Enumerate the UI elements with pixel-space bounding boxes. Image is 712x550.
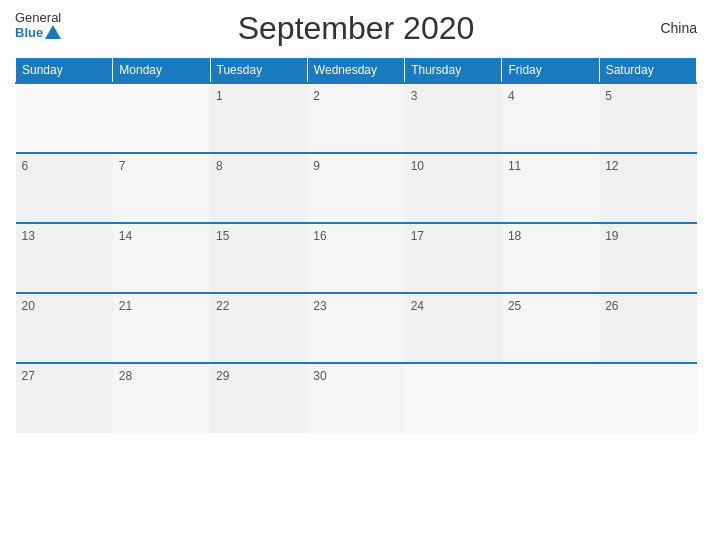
calendar-body: 1234567891011121314151617181920212223242… <box>16 83 697 433</box>
day-cell-w2-d6: 11 <box>502 153 599 223</box>
logo-blue-text: Blue <box>15 25 61 40</box>
day-cell-w1-d3: 1 <box>210 83 307 153</box>
day-number: 16 <box>313 229 326 243</box>
day-cell-w1-d4: 2 <box>307 83 404 153</box>
header-saturday: Saturday <box>599 58 696 84</box>
day-number: 21 <box>119 299 132 313</box>
day-cell-w2-d4: 9 <box>307 153 404 223</box>
day-cell-w3-d2: 14 <box>113 223 210 293</box>
week-row-4: 20212223242526 <box>16 293 697 363</box>
day-number: 30 <box>313 369 326 383</box>
day-number: 11 <box>508 159 521 173</box>
day-cell-w2-d7: 12 <box>599 153 696 223</box>
day-cell-w5-d4: 30 <box>307 363 404 433</box>
day-cell-w3-d4: 16 <box>307 223 404 293</box>
week-row-1: 12345 <box>16 83 697 153</box>
day-cell-w5-d5 <box>405 363 502 433</box>
day-cell-w3-d7: 19 <box>599 223 696 293</box>
day-cell-w4-d2: 21 <box>113 293 210 363</box>
day-number: 24 <box>411 299 424 313</box>
logo-general-text: General <box>15 10 61 25</box>
day-number: 1 <box>216 89 223 103</box>
day-number: 7 <box>119 159 126 173</box>
logo-triangle-icon <box>45 25 61 39</box>
day-number: 14 <box>119 229 132 243</box>
day-cell-w1-d2 <box>113 83 210 153</box>
day-cell-w3-d1: 13 <box>16 223 113 293</box>
calendar-container: General Blue September 2020 China Sunday… <box>0 0 712 550</box>
day-cell-w4-d6: 25 <box>502 293 599 363</box>
day-cell-w1-d7: 5 <box>599 83 696 153</box>
day-cell-w1-d5: 3 <box>405 83 502 153</box>
calendar-title: September 2020 <box>238 10 475 47</box>
country-label: China <box>660 20 697 36</box>
header-friday: Friday <box>502 58 599 84</box>
day-number: 26 <box>605 299 618 313</box>
header-tuesday: Tuesday <box>210 58 307 84</box>
day-number: 10 <box>411 159 424 173</box>
day-number: 19 <box>605 229 618 243</box>
day-cell-w5-d7 <box>599 363 696 433</box>
calendar-header: General Blue September 2020 China <box>15 10 697 47</box>
day-cell-w5-d2: 28 <box>113 363 210 433</box>
day-number: 2 <box>313 89 320 103</box>
day-number: 28 <box>119 369 132 383</box>
day-cell-w2-d5: 10 <box>405 153 502 223</box>
day-number: 13 <box>22 229 35 243</box>
day-number: 20 <box>22 299 35 313</box>
day-number: 22 <box>216 299 229 313</box>
calendar-table: Sunday Monday Tuesday Wednesday Thursday… <box>15 57 697 433</box>
day-cell-w3-d5: 17 <box>405 223 502 293</box>
header-thursday: Thursday <box>405 58 502 84</box>
week-row-2: 6789101112 <box>16 153 697 223</box>
header-wednesday: Wednesday <box>307 58 404 84</box>
day-number: 25 <box>508 299 521 313</box>
day-cell-w4-d4: 23 <box>307 293 404 363</box>
header-sunday: Sunday <box>16 58 113 84</box>
day-cell-w2-d3: 8 <box>210 153 307 223</box>
week-row-5: 27282930 <box>16 363 697 433</box>
day-number: 12 <box>605 159 618 173</box>
day-cell-w2-d2: 7 <box>113 153 210 223</box>
day-cell-w1-d6: 4 <box>502 83 599 153</box>
day-number: 29 <box>216 369 229 383</box>
day-cell-w5-d1: 27 <box>16 363 113 433</box>
day-cell-w2-d1: 6 <box>16 153 113 223</box>
day-number: 27 <box>22 369 35 383</box>
day-number: 23 <box>313 299 326 313</box>
week-row-3: 13141516171819 <box>16 223 697 293</box>
day-cell-w5-d6 <box>502 363 599 433</box>
day-cell-w4-d7: 26 <box>599 293 696 363</box>
day-number: 17 <box>411 229 424 243</box>
day-number: 15 <box>216 229 229 243</box>
day-cell-w4-d3: 22 <box>210 293 307 363</box>
day-cell-w4-d5: 24 <box>405 293 502 363</box>
day-cell-w4-d1: 20 <box>16 293 113 363</box>
day-number: 18 <box>508 229 521 243</box>
day-number: 5 <box>605 89 612 103</box>
day-number: 3 <box>411 89 418 103</box>
logo: General Blue <box>15 10 61 40</box>
day-number: 8 <box>216 159 223 173</box>
day-number: 9 <box>313 159 320 173</box>
day-number: 4 <box>508 89 515 103</box>
header-monday: Monday <box>113 58 210 84</box>
day-cell-w5-d3: 29 <box>210 363 307 433</box>
day-number: 6 <box>22 159 29 173</box>
days-header-row: Sunday Monday Tuesday Wednesday Thursday… <box>16 58 697 84</box>
day-cell-w1-d1 <box>16 83 113 153</box>
day-cell-w3-d6: 18 <box>502 223 599 293</box>
day-cell-w3-d3: 15 <box>210 223 307 293</box>
